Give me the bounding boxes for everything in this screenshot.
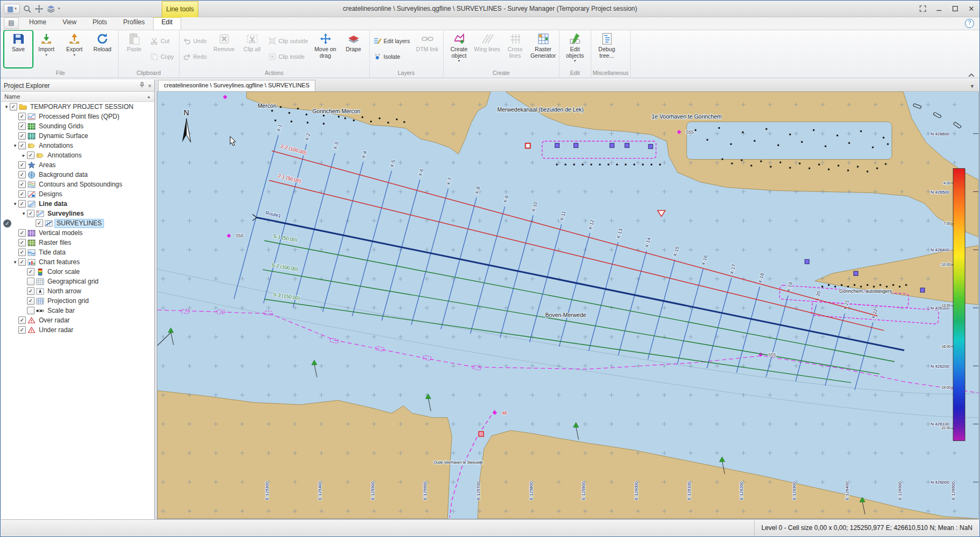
close-button[interactable] bbox=[963, 3, 979, 15]
ribbon-button-save[interactable]: Save bbox=[4, 31, 32, 67]
checkbox[interactable] bbox=[27, 307, 34, 314]
tree-item-contours-and-spotsoundings[interactable]: Contours and Spotsoundings bbox=[1, 180, 154, 189]
document-tab-list-caret[interactable]: ▼ bbox=[970, 84, 975, 89]
checkbox[interactable] bbox=[27, 278, 34, 285]
ribbon-button-remove[interactable]: Remove bbox=[210, 31, 238, 67]
ribbon-button-reload[interactable]: Reload bbox=[88, 31, 116, 67]
checkbox[interactable] bbox=[18, 190, 26, 198]
tab-home[interactable]: Home bbox=[21, 16, 54, 29]
collapsed-arrow-icon[interactable]: ▸ bbox=[20, 153, 27, 158]
checkbox[interactable] bbox=[27, 268, 34, 276]
tree-item-line-data[interactable]: ▾Line data bbox=[1, 199, 154, 209]
tab-edit[interactable]: Edit bbox=[153, 16, 182, 30]
pan-icon[interactable] bbox=[34, 4, 44, 13]
checkbox[interactable] bbox=[27, 297, 34, 305]
expanded-arrow-icon[interactable]: ▾ bbox=[12, 201, 18, 206]
tree-item-temporary-project-session[interactable]: ▾TEMPORARY PROJECT SESSION bbox=[1, 102, 154, 112]
ribbon-button-debug-tree[interactable]: Debug tree... bbox=[593, 31, 621, 67]
checkbox[interactable] bbox=[18, 239, 26, 246]
ribbon-button-undo[interactable]: Undo bbox=[181, 36, 210, 46]
expanded-arrow-icon[interactable]: ▾ bbox=[20, 211, 27, 216]
checkbox[interactable] bbox=[27, 210, 34, 217]
checkbox[interactable] bbox=[18, 258, 26, 266]
ribbon-button-clip-outside[interactable]: Clip outside bbox=[266, 36, 312, 46]
checkbox[interactable] bbox=[18, 142, 26, 149]
ribbon-collapse-icon[interactable] bbox=[968, 70, 975, 75]
tree-item-processed-point-files-qpd[interactable]: Processed Point files (QPD) bbox=[1, 112, 154, 121]
ribbon-button-edit-layers[interactable]: Edit layers bbox=[371, 36, 413, 46]
tree-item-designs[interactable]: Designs bbox=[1, 189, 154, 199]
checkbox[interactable] bbox=[18, 181, 26, 188]
expanded-arrow-icon[interactable]: ▾ bbox=[12, 143, 18, 148]
ribbon-button-copy[interactable]: Copy bbox=[148, 51, 177, 62]
tree-item-color-scale[interactable]: Color scale bbox=[1, 267, 154, 277]
app-menu-button[interactable]: ▦▾ bbox=[4, 4, 20, 14]
checkbox[interactable] bbox=[18, 229, 26, 237]
tree-item-scale-bar[interactable]: Scale bar bbox=[1, 306, 154, 315]
checkbox[interactable] bbox=[18, 161, 26, 169]
ribbon-button-drape[interactable]: Drape bbox=[340, 31, 368, 67]
tree-item-sounding-grids[interactable]: Sounding Grids bbox=[1, 121, 154, 131]
checkbox[interactable] bbox=[18, 326, 26, 334]
checkbox[interactable] bbox=[18, 132, 26, 140]
pin-icon[interactable] bbox=[139, 82, 145, 89]
ribbon-button-create-object[interactable]: Create object▾ bbox=[445, 31, 473, 67]
tree-item-background-data[interactable]: Background data bbox=[1, 170, 154, 180]
tree-item-projection-grid[interactable]: Projection grid bbox=[1, 296, 154, 306]
ribbon-button-clip-all[interactable]: Clip all bbox=[238, 31, 266, 67]
tree-column-header[interactable]: Name ▲ bbox=[1, 92, 154, 102]
tab-plots[interactable]: Plots bbox=[85, 16, 115, 29]
tree-item-over-radar[interactable]: Over radar bbox=[1, 315, 154, 325]
help-icon[interactable]: ? bbox=[965, 19, 974, 28]
ribbon-button-cut[interactable]: Cut bbox=[148, 36, 177, 46]
tree-item-vertical-models[interactable]: Vertical models bbox=[1, 228, 154, 238]
map-canvas[interactable]: X-1X-2X-3X-4X-5X-6X-7X-8X-9X-10X-11X-12X… bbox=[157, 92, 978, 519]
ribbon-button-import[interactable]: Import▾ bbox=[32, 31, 60, 67]
layers-icon[interactable] bbox=[46, 4, 56, 13]
checkbox[interactable] bbox=[18, 122, 26, 130]
checkbox[interactable] bbox=[18, 249, 26, 256]
tree-item-tide-data[interactable]: Tide data bbox=[1, 247, 154, 257]
document-tab[interactable]: createlinesonline \ Surveylines.qgfline … bbox=[158, 80, 315, 91]
tree-item-annotations[interactable]: ▾Annotations bbox=[1, 141, 154, 150]
ribbon-button-wing-lines[interactable]: Wing lines bbox=[473, 31, 501, 67]
tab-view[interactable]: View bbox=[54, 16, 85, 29]
checkbox[interactable] bbox=[18, 200, 26, 208]
ribbon-button-move-on-drag[interactable]: Move on drag bbox=[312, 31, 340, 67]
tree-item-annotations[interactable]: ▸Annotations bbox=[1, 150, 154, 160]
checkbox[interactable] bbox=[36, 219, 43, 227]
expanded-arrow-icon[interactable]: ▾ bbox=[3, 104, 10, 109]
expanded-arrow-icon[interactable]: ▾ bbox=[12, 259, 18, 265]
tree-item-under-radar[interactable]: Under radar bbox=[1, 325, 154, 335]
checkbox[interactable] bbox=[18, 316, 26, 324]
close-icon[interactable]: × bbox=[148, 82, 151, 89]
tree-item-chart-features[interactable]: ▾Chart features bbox=[1, 257, 154, 267]
checkbox[interactable] bbox=[27, 152, 34, 159]
context-tab-line-tools[interactable]: Line tools bbox=[162, 1, 198, 17]
tree-item-dynamic-surface[interactable]: Dynamic Surface bbox=[1, 131, 154, 141]
ribbon-button-cross-lines[interactable]: Cross lines bbox=[501, 31, 529, 67]
ribbon-button-paste[interactable]: Paste bbox=[120, 31, 148, 67]
ribbon-button-redo[interactable]: Redo bbox=[181, 51, 210, 62]
ribbon-button-export[interactable]: Export▾ bbox=[60, 31, 88, 67]
ribbon-button-edit-objects[interactable]: Edit objects▾ bbox=[561, 31, 589, 67]
checkbox[interactable] bbox=[10, 103, 17, 111]
tree-item-raster-files[interactable]: Raster files bbox=[1, 238, 154, 247]
tree-item-surveylines[interactable]: SURVEYLINES bbox=[1, 218, 154, 228]
fullscreen-button[interactable] bbox=[915, 3, 931, 15]
ribbon-button-raster-generator[interactable]: Raster Generator bbox=[529, 31, 557, 67]
maximize-button[interactable] bbox=[947, 3, 963, 15]
menu-button[interactable]: ▤ bbox=[4, 17, 19, 29]
checkbox[interactable] bbox=[27, 287, 34, 295]
checkbox[interactable] bbox=[18, 113, 26, 120]
tree-item-geographical-grid[interactable]: Geographical grid bbox=[1, 277, 154, 286]
tree-item-north-arrow[interactable]: North arrow bbox=[1, 286, 154, 296]
ribbon-button-clip-inside[interactable]: Clip inside bbox=[266, 51, 312, 62]
tab-profiles[interactable]: Profiles bbox=[115, 16, 153, 29]
checkbox[interactable] bbox=[18, 171, 26, 178]
ribbon-button-isolate[interactable]: Isolate bbox=[371, 51, 413, 62]
minimize-button[interactable] bbox=[931, 3, 947, 15]
tree-item-surveylines[interactable]: ▾Surveylines bbox=[1, 209, 154, 218]
tree-item-areas[interactable]: Areas bbox=[1, 160, 154, 170]
qat-dropdown-caret[interactable]: ▾ bbox=[58, 6, 60, 11]
